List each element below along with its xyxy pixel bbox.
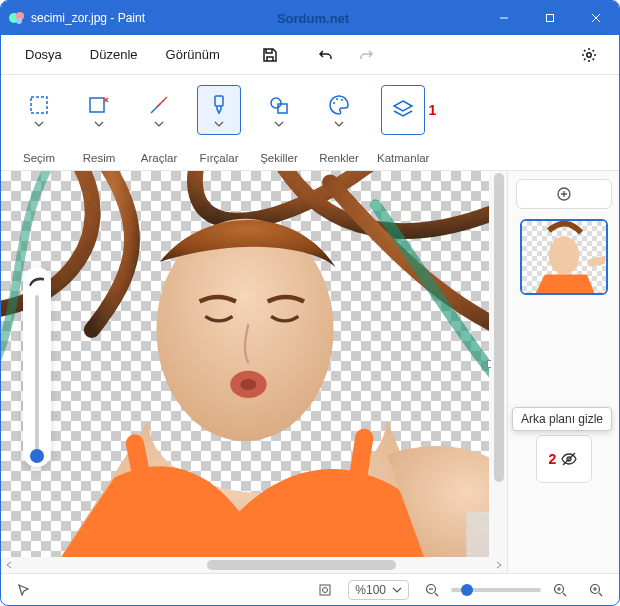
undo-button[interactable] bbox=[308, 39, 344, 71]
selection-tool[interactable] bbox=[17, 85, 61, 135]
canvas-wrap bbox=[1, 171, 507, 573]
app-icon bbox=[9, 10, 25, 26]
colors-tool[interactable] bbox=[317, 85, 361, 135]
image-label: Resim bbox=[83, 152, 116, 164]
zoom-value: %100 bbox=[355, 583, 386, 597]
svg-rect-27 bbox=[320, 585, 330, 595]
svg-rect-8 bbox=[31, 97, 47, 113]
group-image: Resim bbox=[71, 81, 127, 170]
zoom-slider bbox=[419, 577, 573, 603]
zoom-max-button[interactable] bbox=[583, 577, 609, 603]
brushes-label: Fırçalar bbox=[200, 152, 239, 164]
shapes-tool[interactable] bbox=[257, 85, 301, 135]
layers-panel: Arka planı gizle 2 bbox=[507, 171, 619, 573]
brushes-tool[interactable] bbox=[197, 85, 241, 135]
zoom-slider-track[interactable] bbox=[451, 588, 541, 592]
fit-to-screen-icon[interactable] bbox=[312, 577, 338, 603]
svg-point-16 bbox=[341, 99, 343, 101]
svg-line-33 bbox=[563, 593, 566, 596]
zoom-out-button[interactable] bbox=[419, 577, 445, 603]
svg-point-28 bbox=[323, 587, 328, 592]
image-tool[interactable] bbox=[77, 85, 121, 135]
svg-point-14 bbox=[333, 102, 335, 104]
svg-point-24 bbox=[548, 236, 579, 274]
group-shapes: Şekiller bbox=[251, 81, 307, 170]
add-layer-button[interactable] bbox=[516, 179, 612, 209]
brush-preview-icon bbox=[29, 277, 45, 287]
close-button[interactable] bbox=[573, 1, 619, 35]
layers-label: Katmanlar bbox=[377, 152, 429, 164]
svg-point-2 bbox=[16, 18, 22, 24]
svg-point-12 bbox=[271, 98, 281, 108]
menu-file[interactable]: Dosya bbox=[13, 41, 74, 68]
colors-label: Renkler bbox=[319, 152, 359, 164]
save-button[interactable] bbox=[252, 39, 288, 71]
brush-slider-track[interactable] bbox=[35, 295, 39, 457]
title-bar: secimi_zor.jpg - Paint Sordum.net bbox=[1, 1, 619, 35]
canvas-area[interactable] bbox=[1, 171, 507, 557]
menu-view[interactable]: Görünüm bbox=[154, 41, 232, 68]
annotation-marker-1: 1 bbox=[428, 102, 436, 118]
svg-rect-9 bbox=[90, 98, 104, 112]
menu-edit[interactable]: Düzenle bbox=[78, 41, 150, 68]
brush-slider-thumb[interactable] bbox=[30, 449, 44, 463]
svg-point-15 bbox=[336, 98, 338, 100]
svg-point-19 bbox=[240, 379, 256, 390]
svg-rect-13 bbox=[278, 104, 287, 113]
chevron-down-icon bbox=[392, 587, 402, 593]
status-bar: %100 bbox=[1, 573, 619, 605]
tools-label: Araçlar bbox=[141, 152, 177, 164]
group-layers: 1 Katmanlar bbox=[371, 81, 435, 170]
hscroll-left-icon[interactable] bbox=[1, 557, 17, 573]
hscroll-right-icon[interactable] bbox=[491, 557, 507, 573]
maximize-button[interactable] bbox=[527, 1, 573, 35]
horizontal-scrollbar[interactable] bbox=[1, 557, 507, 573]
watermark: Sordum.net bbox=[145, 11, 481, 26]
zoom-dropdown[interactable]: %100 bbox=[348, 580, 409, 600]
group-brushes: Fırçalar bbox=[191, 81, 247, 170]
menu-bar: Dosya Düzenle Görünüm bbox=[1, 35, 619, 75]
layer-thumbnail[interactable] bbox=[520, 219, 608, 295]
vertical-scrollbar[interactable] bbox=[491, 171, 507, 557]
redo-button[interactable] bbox=[348, 39, 384, 71]
svg-rect-20 bbox=[466, 512, 489, 557]
settings-button[interactable] bbox=[571, 39, 607, 71]
brush-size-slider[interactable] bbox=[23, 267, 51, 467]
svg-point-7 bbox=[587, 52, 591, 56]
svg-line-37 bbox=[599, 593, 602, 596]
eye-off-icon bbox=[560, 450, 578, 468]
group-selection: Seçim bbox=[11, 81, 67, 170]
main-area: Arka planı gizle 2 bbox=[1, 171, 619, 573]
ribbon-toolbar: Seçim Resim Araçlar Fırçalar Şekiller bbox=[1, 75, 619, 171]
annotation-marker-2: 2 bbox=[549, 451, 557, 467]
shapes-label: Şekiller bbox=[260, 152, 298, 164]
window-controls bbox=[481, 1, 619, 35]
hide-background-tooltip: Arka planı gizle bbox=[512, 407, 612, 431]
group-tools: Araçlar bbox=[131, 81, 187, 170]
canvas-image bbox=[1, 171, 489, 557]
svg-rect-4 bbox=[547, 15, 554, 22]
layers-tool[interactable]: 1 bbox=[381, 85, 425, 135]
zoom-slider-thumb[interactable] bbox=[461, 584, 473, 596]
cursor-tool-icon[interactable] bbox=[11, 577, 37, 603]
svg-line-30 bbox=[435, 593, 438, 596]
window-title: secimi_zor.jpg - Paint bbox=[31, 11, 145, 25]
svg-rect-11 bbox=[215, 96, 223, 106]
selection-label: Seçim bbox=[23, 152, 55, 164]
minimize-button[interactable] bbox=[481, 1, 527, 35]
hide-background-button[interactable]: 2 bbox=[536, 435, 592, 483]
group-colors: Renkler bbox=[311, 81, 367, 170]
zoom-in-button[interactable] bbox=[547, 577, 573, 603]
tools-tool[interactable] bbox=[137, 85, 181, 135]
svg-point-10 bbox=[162, 100, 164, 102]
